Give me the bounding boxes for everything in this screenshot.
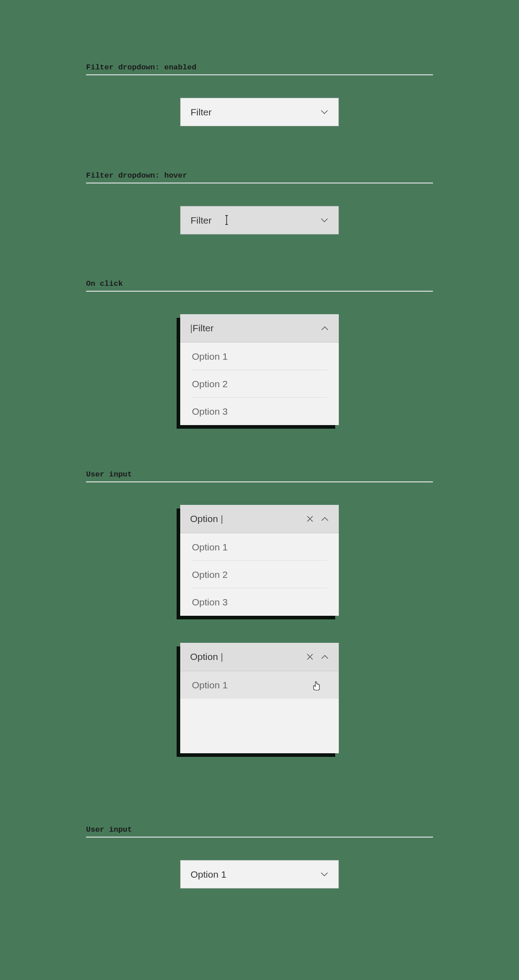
dropdown-icons [306, 515, 329, 523]
section-onclick: On click Filter Option 1 Option 2 Option… [86, 279, 433, 425]
dropdown-menu-open: Option Option 1 [180, 643, 339, 753]
dropdown-text: Filter [191, 107, 212, 118]
section-label: On click [86, 279, 433, 292]
dropdown-container: Filter Option 1 Option 2 Option 3 [180, 314, 339, 425]
dropdown-option[interactable]: Option 1 [180, 343, 339, 370]
chevron-up-icon [321, 653, 329, 661]
chevron-down-icon [320, 870, 328, 879]
dropdown-text: Filter [190, 323, 214, 334]
section-label: Filter dropdown: enabled [86, 63, 433, 75]
close-icon[interactable] [306, 653, 314, 660]
dropdown-option[interactable]: Option 2 [180, 561, 339, 588]
section-label: User input [86, 470, 433, 482]
section-hover: Filter dropdown: hover Filter [86, 171, 433, 234]
filter-dropdown-selected[interactable]: Option 1 [180, 860, 339, 888]
section-userinput-2: User input Option 1 [86, 825, 433, 888]
filter-dropdown-input[interactable]: Option [180, 505, 339, 533]
dropdown-container: Filter [180, 206, 339, 234]
chevron-up-icon [321, 324, 329, 332]
dropdown-menu-open: Option Option 1 Option 2 Option 3 [180, 505, 339, 616]
filter-dropdown-hover[interactable]: Filter [180, 206, 339, 234]
dropdown-text: Option [190, 513, 223, 524]
dropdown-container: Option Option 1 [180, 643, 339, 753]
filter-dropdown-enabled[interactable]: Filter [180, 98, 339, 126]
dropdown-menu-open: Filter Option 1 Option 2 Option 3 [180, 314, 339, 425]
filter-dropdown-open[interactable]: Filter [180, 314, 339, 343]
dropdown-option-hover[interactable]: Option 1 [180, 671, 339, 699]
section-userinput-1: User input Option Option 1 Option 2 Opti… [86, 470, 433, 753]
dropdown-text: Option 1 [191, 869, 226, 880]
section-label: User input [86, 825, 433, 838]
dropdown-container: Filter [180, 98, 339, 126]
option-label: Option 1 [192, 680, 228, 691]
dropdown-option[interactable]: Option 2 [180, 370, 339, 398]
section-label: Filter dropdown: hover [86, 171, 433, 183]
dropdown-icons [306, 653, 329, 661]
chevron-down-icon [320, 216, 328, 224]
dropdown-container: Option 1 [180, 860, 339, 888]
section-enabled: Filter dropdown: enabled Filter [86, 63, 433, 126]
chevron-down-icon [320, 108, 328, 116]
dropdown-option[interactable]: Option 3 [180, 398, 339, 425]
chevron-up-icon [321, 515, 329, 523]
pointer-cursor-icon [312, 680, 321, 691]
dropdown-text: Filter [191, 215, 212, 226]
dropdown-text: Option [190, 651, 223, 662]
filter-dropdown-input[interactable]: Option [180, 643, 339, 671]
dropdown-container: Option Option 1 Option 2 Option 3 [180, 505, 339, 616]
text-cursor-icon [223, 215, 230, 225]
dropdown-option[interactable]: Option 1 [180, 533, 339, 561]
close-icon[interactable] [306, 515, 314, 522]
dropdown-option[interactable]: Option 3 [180, 588, 339, 616]
